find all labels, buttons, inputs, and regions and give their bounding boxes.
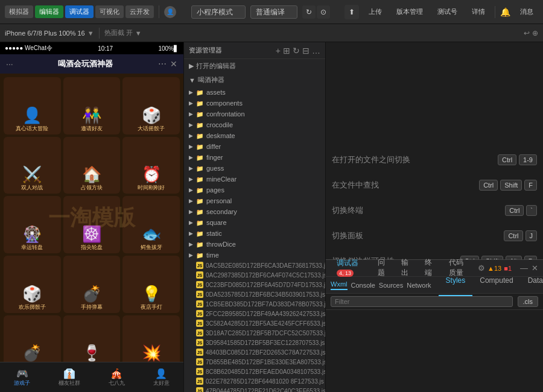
- js-file-item[interactable]: JS3C582A4285D172BF5A3E4245FCFF6533.js: [184, 318, 325, 328]
- cloud-btn[interactable]: 云开发: [125, 5, 154, 18]
- js-filename: 0C23BFD085D172BF6A45D7D74FD17533.js: [206, 282, 325, 288]
- folder-item[interactable]: ▶📁crocodile: [184, 119, 325, 130]
- more-options-btn[interactable]: …: [312, 46, 320, 55]
- file-panel-header: 资源管理器 + ⊞ ↻ ⊟ …: [184, 42, 325, 59]
- sim-btn[interactable]: 模拟器: [5, 5, 33, 18]
- folder-item[interactable]: ▶📁throwDice: [184, 239, 325, 250]
- version-btn[interactable]: 版本管理: [392, 5, 428, 18]
- folder-icon: 📁: [195, 153, 204, 162]
- game-item[interactable]: ⚔️双人对战: [4, 137, 61, 194]
- js-file-item[interactable]: JS3D18A7C285D172BF5B7DCFC52C507533.js: [184, 328, 325, 338]
- js-file-item[interactable]: JS8C8B620485D172BFEAED0A0348107533.js: [184, 367, 325, 376]
- refresh-tree-btn[interactable]: ↻: [293, 46, 300, 55]
- wxml-tab-btn[interactable]: Wxml: [331, 280, 348, 290]
- folder-item[interactable]: ▶📁secondary: [184, 206, 325, 217]
- debugger-btn[interactable]: 调试器: [65, 5, 94, 18]
- game-item[interactable]: 🎲大话摇骰子: [122, 77, 180, 134]
- folder-item[interactable]: ▶📁pages: [184, 185, 325, 195]
- folder-icon: 📁: [195, 229, 204, 238]
- folder-item[interactable]: ▶📁personal: [184, 195, 325, 206]
- detail-btn[interactable]: 详情: [467, 5, 490, 18]
- folder-item[interactable]: ▶📁deskmate: [184, 130, 325, 141]
- js-file-item[interactable]: JS0AC2987385D172BF6CA4F074C5C17533.js: [184, 270, 325, 280]
- hotspot-btn[interactable]: 热面截 开 ▼: [104, 28, 142, 37]
- new-file-btn[interactable]: +: [276, 46, 281, 55]
- game-item[interactable]: 💣扫雷火拼: [4, 315, 61, 362]
- upload-icon[interactable]: ⬆: [345, 5, 359, 19]
- js-file-item[interactable]: JS0AC5B2E085D172BF6CA3DAE736817533.js: [184, 261, 325, 270]
- folder-item[interactable]: ▶📁differ: [184, 141, 325, 152]
- sub-tab-styles[interactable]: Styles: [439, 274, 473, 296]
- game-label: 夜店手灯: [141, 305, 162, 311]
- js-file-item[interactable]: JS3D95841585D172BF5BF3EC1228707533.js: [184, 338, 325, 347]
- filter-input[interactable]: [331, 296, 513, 307]
- mode-select[interactable]: 小程序模式: [191, 5, 246, 19]
- nav-item[interactable]: 🎮游戏子: [14, 368, 30, 387]
- game-item[interactable]: 🏠占领方块: [63, 137, 121, 194]
- game-item[interactable]: 💡夜店手灯: [122, 256, 180, 313]
- cls-button[interactable]: .cls: [518, 296, 539, 307]
- upload-btn[interactable]: 上传: [364, 5, 387, 18]
- bell-icon[interactable]: 🔔: [500, 7, 510, 17]
- folder-item[interactable]: ▶📁assets: [184, 87, 325, 98]
- game-item[interactable]: 🎡幸运转盘: [4, 196, 61, 253]
- folder-item[interactable]: ▶📁confrontation: [184, 109, 325, 119]
- close-devtools-btn[interactable]: ✕: [532, 264, 538, 273]
- game-item[interactable]: ☸️指尖轮盘: [63, 196, 121, 253]
- nav-item[interactable]: 🎪七八九: [109, 368, 125, 387]
- compile-select[interactable]: 普通编译: [250, 5, 297, 19]
- game-item[interactable]: 👫邀请好友: [63, 77, 121, 134]
- game-item[interactable]: 💥数字炸弹: [122, 315, 180, 362]
- new-folder-btn[interactable]: ⊞: [283, 46, 290, 55]
- folder-item[interactable]: ▶📁mineClear: [184, 174, 325, 185]
- game-item[interactable]: 💣手持弹幕: [63, 256, 121, 313]
- device-selector[interactable]: iPhone 6/7/8 Plus 100% 16 ▼: [5, 30, 94, 37]
- editor-btn[interactable]: 编辑器: [35, 5, 63, 18]
- folder-item[interactable]: ▶📁guess: [184, 163, 325, 174]
- folder-item[interactable]: ▶📁time: [184, 250, 325, 261]
- js-icon: JS: [196, 291, 203, 298]
- game-item[interactable]: 🎲欢乐掷骰子: [4, 256, 61, 313]
- js-icon: JS: [196, 310, 203, 317]
- js-file-item[interactable]: JS0C23BFD085D172BF6A45D7D74FD17533.js: [184, 280, 325, 289]
- js-file-item[interactable]: JS1CB5EBD385D172BF7AD383D478B07533.js: [184, 299, 325, 309]
- js-file-item[interactable]: JS0DA5235785D172BF6BC34B5039017533.js: [184, 289, 325, 299]
- minimize-btn[interactable]: —: [520, 264, 528, 273]
- msg-btn[interactable]: 消息: [515, 5, 538, 18]
- rotate-btn[interactable]: ↩: [524, 29, 530, 37]
- nav-item[interactable]: 👔棚友社群: [59, 368, 80, 387]
- project-section[interactable]: ▼ 喝酒神器: [184, 73, 325, 87]
- game-item[interactable]: ⏰时间刚刚好: [122, 137, 180, 194]
- test-btn[interactable]: 测试号: [433, 5, 462, 18]
- forward-btn[interactable]: ⊙: [317, 5, 330, 19]
- folder-item[interactable]: ▶📁static: [184, 228, 325, 239]
- sources-tab-btn[interactable]: Sources: [379, 282, 403, 289]
- collapse-btn[interactable]: ⊟: [302, 46, 310, 55]
- close-icon[interactable]: ✕: [170, 59, 177, 69]
- menu-icon[interactable]: ···: [6, 59, 13, 69]
- folder-icon: 📁: [195, 197, 204, 205]
- js-file-item[interactable]: JS47B0444785D172BF21D62C40C3EF6533.js: [184, 386, 325, 392]
- game-item[interactable]: 👤真心话大冒险: [4, 77, 61, 134]
- open-editor-section[interactable]: ▶ 打开的编辑器: [184, 59, 325, 73]
- js-file-item[interactable]: JS2FCC2B9585D172BF49AA439262427533.js: [184, 309, 325, 318]
- js-file-item[interactable]: JS022E782785D172BF64481020 8F127533.js: [184, 376, 325, 386]
- network-tab-btn[interactable]: Network: [407, 282, 431, 289]
- folder-item[interactable]: ▶📁square: [184, 217, 325, 228]
- js-file-item[interactable]: JS7D855BE485D172BF1BE330E3EA807533.js: [184, 357, 325, 367]
- share-icon[interactable]: ⋯: [158, 59, 167, 69]
- main-layout: ●●●●● WeChat令 10:17 100%▋ ··· 喝酒会玩酒神器 ⋯ …: [0, 42, 543, 392]
- nav-item[interactable]: 👤太好意: [153, 368, 170, 387]
- game-item[interactable]: 🍷行酒令: [63, 315, 121, 362]
- js-file-item[interactable]: JS48403BC085D172BF2D2653C78A727533.js: [184, 347, 325, 357]
- sub-tab-dataset[interactable]: Dataset: [521, 274, 543, 296]
- settings-icon[interactable]: ⚙: [478, 264, 485, 273]
- sub-tab-computed[interactable]: Computed: [472, 274, 520, 296]
- console-tab-btn[interactable]: Console: [351, 282, 375, 289]
- refresh-btn[interactable]: ↻: [302, 5, 316, 19]
- folder-item[interactable]: ▶📁finger: [184, 152, 325, 163]
- zoom-btn[interactable]: ⊕: [532, 29, 538, 37]
- folder-item[interactable]: ▶📁components: [184, 98, 325, 109]
- game-item[interactable]: 🐟鳄鱼拔牙: [122, 196, 180, 253]
- visual-btn[interactable]: 可视化: [95, 5, 124, 18]
